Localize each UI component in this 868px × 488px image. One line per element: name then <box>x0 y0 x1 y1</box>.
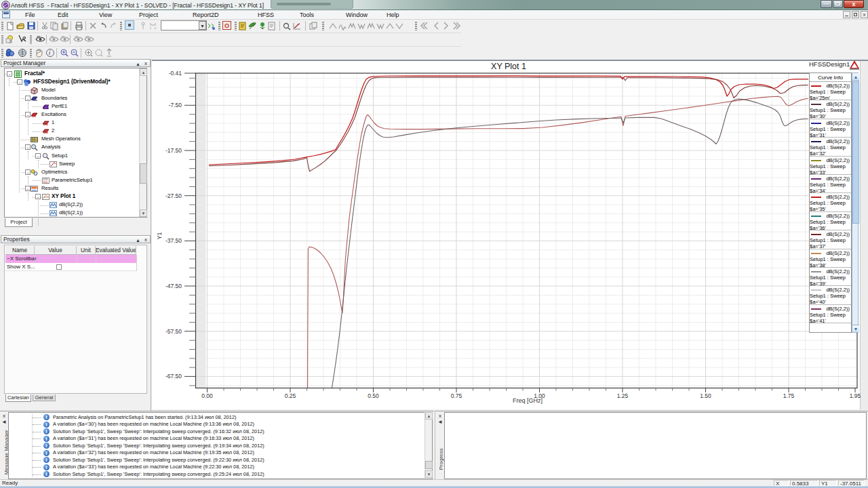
svg-text:1.25: 1.25 <box>617 392 629 399</box>
svg-text:1.95: 1.95 <box>850 392 861 399</box>
svg-text:0.75: 0.75 <box>451 392 462 399</box>
svg-text:?: ? <box>22 35 26 42</box>
svg-text:-47.50: -47.50 <box>165 283 182 289</box>
svg-text:1.50: 1.50 <box>700 392 711 399</box>
svg-text:Freq [GHz]: Freq [GHz] <box>513 397 542 404</box>
svg-text:-57.50: -57.50 <box>165 328 182 335</box>
svg-text:-7.50: -7.50 <box>169 102 182 108</box>
svg-text:0.25: 0.25 <box>285 392 296 399</box>
svg-text:-67.50: -67.50 <box>165 373 182 380</box>
svg-text:Y1: Y1 <box>156 232 163 239</box>
svg-text:456: 456 <box>43 180 48 184</box>
svg-text:-37.50: -37.50 <box>165 237 182 244</box>
svg-text:0.00: 0.00 <box>201 392 213 399</box>
svg-text:1.75: 1.75 <box>783 392 795 399</box>
svg-text:-17.50: -17.50 <box>165 147 182 154</box>
svg-text:-27.50: -27.50 <box>165 192 182 199</box>
svg-text:-0.41: -0.41 <box>169 70 182 77</box>
svg-text:0.50: 0.50 <box>368 392 379 399</box>
